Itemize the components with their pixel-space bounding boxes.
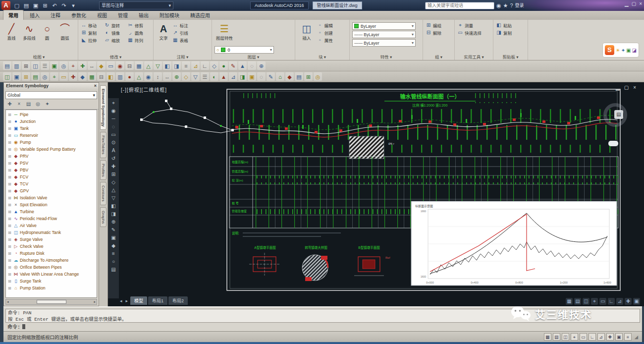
drawing-status-icon[interactable]: ▤ [574, 298, 581, 305]
expander-icon[interactable]: ⊞ [8, 272, 12, 277]
toolbar-icon[interactable]: ✚ [69, 72, 77, 81]
toolbar-icon[interactable]: ▲ [238, 61, 247, 70]
layer-dropdown[interactable]: ○ 0 ▾ [215, 46, 274, 54]
toolbar-icon[interactable]: △ [135, 72, 143, 81]
workspace-selector[interactable]: 草图与注释▾ [99, 1, 173, 9]
drawing-tool-icon[interactable]: ◧ [111, 203, 115, 210]
status-toggle-icon[interactable]: ▦ [544, 333, 551, 341]
drawing-minimize-button[interactable]: ▁ [616, 85, 620, 90]
panel-tool-icon[interactable]: ▤ [25, 101, 32, 108]
modify-tool-button[interactable]: ▦阵列 [127, 36, 151, 44]
drawing-tool-icon[interactable]: ◆ [111, 242, 115, 249]
toolbar-icon[interactable]: ▭ [107, 61, 115, 70]
toolbar-icon[interactable]: ◇ [210, 61, 218, 70]
plugin-icon[interactable]: ▣ [626, 48, 631, 53]
toolbar-icon[interactable]: ◧ [107, 72, 115, 81]
toolbar-icon[interactable]: ◫ [31, 61, 40, 70]
search-input[interactable] [425, 2, 494, 9]
resize-grip-icon[interactable]: ◢ [635, 334, 638, 340]
drawing-tool-icon[interactable]: ─ [111, 115, 115, 122]
tree-item[interactable]: ⊞ ▭ Reservoir [6, 132, 97, 139]
tree-item[interactable]: ⊞ ◈ Surge Valve [6, 236, 97, 243]
modify-tool-button[interactable]: ◐镜像 [104, 29, 127, 36]
drawing-tool-icon[interactable]: ▣ [111, 234, 115, 241]
utility-tool-button[interactable]: ⌖测量 [457, 21, 490, 29]
expander-icon[interactable]: ⊞ [8, 224, 12, 228]
ribbon-tab[interactable]: 输出 [134, 10, 154, 20]
toolbar-icon[interactable]: ⊿ [229, 72, 237, 81]
scroll-left-arrow[interactable]: ◂ [7, 300, 9, 304]
tree-item[interactable]: ⊞ ◆ TCV [6, 180, 97, 187]
tree-item[interactable]: ⊞ ▣ Tank [6, 125, 97, 132]
panel-close-icon[interactable]: × [94, 83, 97, 90]
app-logo-icon[interactable]: A [1, 1, 10, 10]
expander-icon[interactable]: ⊞ [8, 168, 12, 172]
expander-icon[interactable]: ⊞ [8, 251, 12, 256]
draw-tool-button[interactable]: ∿多段线 [20, 21, 38, 41]
qat-icon[interactable]: ↶ [51, 1, 58, 9]
ribbon-tab[interactable]: 视图 [92, 10, 112, 20]
dock-tab[interactable]: Element Symbology [100, 85, 107, 130]
toolbar-icon[interactable]: ▭ [59, 72, 68, 81]
toolbar-icon[interactable]: ◆ [78, 72, 87, 81]
drawing-tool-icon[interactable]: ▭ [111, 131, 115, 138]
minimize-button[interactable]: ▁ [625, 1, 629, 6]
toolbar-icon[interactable]: ▲ [219, 72, 228, 81]
drawing-tool-icon[interactable]: ▽ [111, 195, 115, 202]
panel-label-group[interactable]: 组 ▾ [423, 54, 454, 59]
ribbon-tab[interactable]: 附加模块 [155, 10, 184, 20]
expander-icon[interactable]: ⊞ [8, 203, 12, 207]
toolbar-icon[interactable]: ✚ [78, 61, 87, 70]
qat-icon[interactable]: ▾ [69, 1, 77, 9]
expander-icon[interactable]: ⊞ [8, 196, 12, 200]
toolbar-icon[interactable]: △ [144, 61, 153, 70]
scrollbar-thumb[interactable] [37, 300, 66, 304]
toolbar-icon[interactable]: ▣ [50, 61, 58, 70]
status-toggle-icon[interactable]: ✚ [606, 333, 614, 341]
toolbar-icon[interactable]: ↔ [163, 72, 171, 81]
expander-icon[interactable]: ⊞ [8, 237, 12, 242]
layout-tab[interactable]: 布局1 [148, 296, 167, 305]
expander-icon[interactable]: ⊞ [8, 154, 12, 159]
expander-icon[interactable]: ⊞ [8, 133, 12, 138]
expander-icon[interactable]: ⊞ [8, 217, 12, 221]
status-toggle-icon[interactable]: ⌖ [571, 333, 578, 341]
annotation-tool-button[interactable]: ▦表格 [172, 36, 188, 44]
draw-tool-button[interactable]: ○圆 [38, 21, 56, 41]
toolbar-icon[interactable]: ⊟ [125, 61, 134, 70]
panel-label-clipboard[interactable]: 剪贴板 ▾ [493, 54, 528, 59]
drawing-tool-icon[interactable]: A [112, 147, 115, 154]
toolbar-icon[interactable]: ▣ [12, 72, 21, 81]
star-icon[interactable]: ★ [503, 1, 508, 9]
modify-tool-button[interactable]: ◣拉伸 [81, 36, 104, 44]
toolbar-icon[interactable]: ◎ [59, 61, 68, 70]
toolbar-icon[interactable]: ◫ [3, 72, 11, 81]
drawing-tool-icon[interactable]: △ [111, 187, 115, 194]
modify-tool-button[interactable]: ▱缩放 [104, 36, 127, 44]
plugin-icon[interactable]: ◪ [632, 48, 637, 53]
expander-icon[interactable]: ⊞ [8, 161, 12, 166]
toolbar-icon[interactable]: ⊞ [22, 61, 30, 70]
drawing-status-icon[interactable]: ⌖ [591, 298, 598, 305]
tree-item[interactable]: ⊞ ▲ Turbine [6, 208, 97, 215]
help-icon[interactable]: ? [510, 1, 513, 9]
clipboard-tool-button[interactable]: ◧粘贴 [496, 21, 525, 29]
toolbar-icon[interactable]: ◧ [163, 61, 171, 70]
dock-tab[interactable]: Contours [100, 182, 107, 205]
drawing-tool-icon[interactable]: ↺ [111, 155, 115, 162]
toolbar-icon[interactable]: ↔ [88, 61, 96, 70]
annotation-tool-button[interactable]: ↔标注 [172, 21, 188, 29]
ribbon-tab[interactable]: 参数化 [66, 10, 91, 20]
insert-block-button[interactable]: ◫ 插入 [298, 21, 316, 41]
viewport-label[interactable]: [-][俯视][二维线框] [121, 86, 167, 93]
expander-icon[interactable]: ⊞ [8, 230, 12, 235]
toolbar-icon[interactable]: ▣ [248, 72, 256, 81]
layout-tab[interactable]: 布局2 [168, 296, 188, 305]
panel-tool-icon[interactable]: ✦ [44, 101, 51, 108]
object-color-dropdown[interactable]: ByLayer ▾ [352, 22, 416, 30]
drawing-tool-icon[interactable]: ◉ [111, 108, 116, 115]
tree-item[interactable]: ⊞ ◔ Rupture Disk [6, 250, 97, 257]
expander-icon[interactable]: ⊞ [8, 258, 12, 263]
expander-icon[interactable]: ⊞ [8, 210, 12, 214]
text-button[interactable]: A 文字 [156, 21, 171, 41]
